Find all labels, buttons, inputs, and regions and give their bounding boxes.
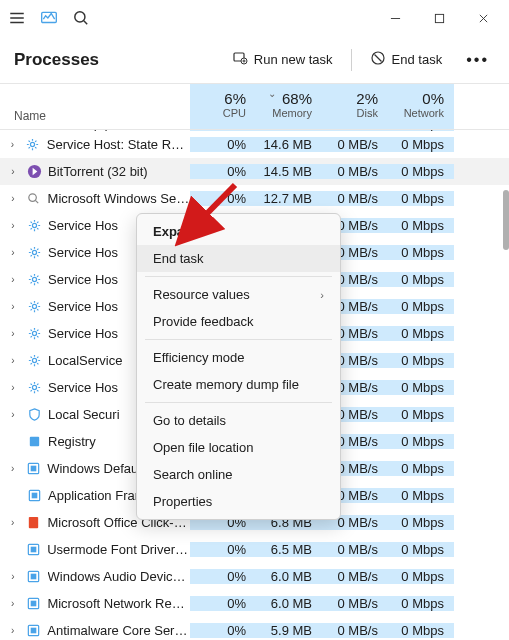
- expand-chevron-icon[interactable]: ›: [6, 598, 19, 609]
- network-cell: 0 Mbps: [388, 488, 454, 503]
- process-name: Service Hos: [48, 326, 118, 341]
- svg-point-13: [32, 304, 36, 308]
- window-maximize-button[interactable]: [417, 2, 461, 34]
- column-header-memory[interactable]: ⌄ 68% Memory: [256, 84, 322, 129]
- process-name-cell: ›Microsoft Windows Sea...: [0, 191, 190, 207]
- expand-chevron-icon[interactable]: ›: [6, 274, 20, 285]
- network-cell: 0 Mbps: [388, 461, 454, 476]
- expand-chevron-icon[interactable]: ›: [6, 139, 19, 150]
- expand-chevron-icon[interactable]: ›: [6, 355, 20, 366]
- search-icon: [26, 191, 42, 207]
- process-name: Local Securi: [48, 407, 120, 422]
- cpu-label: CPU: [190, 107, 246, 119]
- performance-icon[interactable]: [40, 9, 58, 27]
- ctx-search-online[interactable]: Search online: [137, 461, 340, 488]
- svg-rect-17: [29, 437, 38, 446]
- process-name: Antimalware Core Service: [47, 623, 190, 638]
- expand-chevron-icon[interactable]: ›: [6, 301, 20, 312]
- column-header-disk[interactable]: 2% Disk: [322, 84, 388, 129]
- app-icon: [25, 461, 41, 477]
- process-name: Windows Audio Device ...: [48, 569, 190, 584]
- process-name: Microsoft Network Realt...: [47, 596, 190, 611]
- page-title: Processes: [14, 50, 99, 70]
- table-row[interactable]: ›BitTorrent (32 bit)0%14.5 MB0 MB/s0 Mbp…: [0, 158, 509, 185]
- network-cell: 0 Mbps: [388, 353, 454, 368]
- ctx-open-file-location[interactable]: Open file location: [137, 434, 340, 461]
- cpu-cell: 0%: [190, 542, 256, 557]
- window-minimize-button[interactable]: [373, 2, 417, 34]
- expand-chevron-icon[interactable]: ›: [6, 409, 20, 420]
- network-cell: 0 Mbps: [388, 515, 454, 530]
- column-header-network[interactable]: 0% Network: [388, 84, 454, 129]
- memory-cell: 6.0 MB: [256, 596, 322, 611]
- expand-chevron-icon[interactable]: ›: [6, 220, 20, 231]
- column-header-name[interactable]: Name: [0, 84, 190, 129]
- expand-chevron-icon[interactable]: ›: [6, 247, 20, 258]
- cpu-cell: 0%: [190, 623, 256, 638]
- run-new-task-button[interactable]: Run new task: [222, 44, 343, 75]
- network-cell: 0 Mbps: [388, 299, 454, 314]
- expand-chevron-icon[interactable]: ›: [6, 517, 20, 528]
- table-row[interactable]: ›Microsoft Network Realt...0%6.0 MB0 MB/…: [0, 590, 509, 617]
- ctx-provide-feedback[interactable]: Provide feedback: [137, 308, 340, 335]
- scrollbar-thumb[interactable]: [503, 190, 509, 250]
- process-name-cell: ›Usermode Font Driver H...: [0, 542, 190, 558]
- disk-cell: 0 MB/s: [322, 596, 388, 611]
- process-name-cell: ›Windows Audio Device ...: [0, 569, 190, 585]
- table-row[interactable]: ›Antimalware Core Service0%5.9 MB0 MB/s0…: [0, 617, 509, 640]
- ctx-expand[interactable]: Expand: [137, 218, 340, 245]
- svg-point-14: [32, 331, 36, 335]
- network-cell: 0 Mbps: [388, 542, 454, 557]
- ctx-resource-values[interactable]: Resource values ›: [137, 281, 340, 308]
- process-name: Service Hos: [48, 218, 118, 233]
- process-name: Service Host: State Repo...: [47, 137, 190, 152]
- expand-chevron-icon[interactable]: ›: [6, 382, 20, 393]
- bt-icon: [26, 164, 42, 180]
- network-percent: 0%: [388, 90, 444, 107]
- table-row[interactable]: ›Windows Audio Device ...0%6.0 MB0 MB/s0…: [0, 563, 509, 590]
- memory-percent: 68%: [256, 90, 312, 107]
- more-options-button[interactable]: •••: [456, 45, 499, 75]
- app-icon: [25, 542, 41, 558]
- ctx-separator: [145, 276, 332, 277]
- process-name: Usermode Font Driver H...: [47, 542, 190, 557]
- network-label: Network: [388, 107, 444, 119]
- end-task-button[interactable]: End task: [360, 44, 453, 75]
- ctx-efficiency-mode[interactable]: Efficiency mode: [137, 344, 340, 371]
- search-icon[interactable]: [72, 9, 90, 27]
- ctx-create-memory-dump[interactable]: Create memory dump file: [137, 371, 340, 398]
- table-row[interactable]: ›Search (3)0%16.0 MB0 MB/s0 Mbps: [0, 130, 509, 131]
- ctx-properties[interactable]: Properties: [137, 488, 340, 515]
- table-row[interactable]: ›Service Host: State Repo...0%14.6 MB0 M…: [0, 131, 509, 158]
- expand-chevron-icon[interactable]: ›: [6, 463, 19, 474]
- svg-point-11: [32, 250, 36, 254]
- window-close-button[interactable]: [461, 2, 505, 34]
- gear-icon: [25, 137, 41, 153]
- expand-chevron-icon[interactable]: ›: [6, 625, 19, 636]
- app-icon: [25, 596, 41, 612]
- expand-chevron-icon[interactable]: ›: [6, 328, 20, 339]
- svg-rect-28: [31, 601, 37, 607]
- cpu-cell: 0%: [190, 137, 256, 152]
- ctx-go-to-details[interactable]: Go to details: [137, 407, 340, 434]
- svg-rect-22: [29, 517, 38, 528]
- column-header-cpu[interactable]: 6% CPU: [190, 84, 256, 129]
- svg-point-12: [32, 277, 36, 281]
- toolbar: Processes Run new task End task •••: [0, 36, 509, 84]
- gear-icon: [26, 272, 42, 288]
- expand-chevron-icon[interactable]: ›: [6, 571, 20, 582]
- process-name-cell: ›Search (3): [0, 130, 190, 131]
- ctx-separator: [145, 402, 332, 403]
- ctx-end-task[interactable]: End task: [137, 245, 340, 272]
- process-name: Microsoft Windows Sea...: [48, 191, 190, 206]
- table-row[interactable]: ›Usermode Font Driver H...0%6.5 MB0 MB/s…: [0, 536, 509, 563]
- expand-chevron-icon[interactable]: ›: [6, 166, 20, 177]
- network-cell: 0 Mbps: [388, 380, 454, 395]
- svg-rect-26: [31, 574, 37, 580]
- gear-icon: [26, 245, 42, 261]
- ellipsis-icon: •••: [466, 51, 489, 68]
- expand-chevron-icon[interactable]: ›: [6, 193, 20, 204]
- hamburger-menu-icon[interactable]: [8, 9, 26, 27]
- process-name-cell: ›BitTorrent (32 bit): [0, 164, 190, 180]
- table-row[interactable]: ›Microsoft Windows Sea...0%12.7 MB0 MB/s…: [0, 185, 509, 212]
